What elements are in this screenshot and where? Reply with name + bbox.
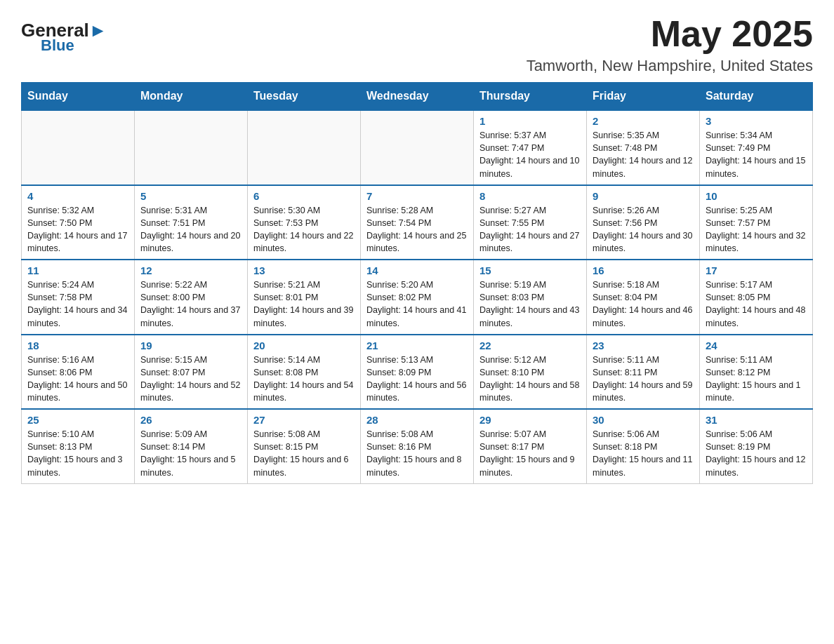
weekday-header-wednesday: Wednesday	[361, 83, 474, 111]
weekday-header-monday: Monday	[135, 83, 248, 111]
calendar-cell: 24Sunrise: 5:11 AM Sunset: 8:12 PM Dayli…	[700, 335, 813, 410]
day-number: 25	[27, 414, 128, 426]
day-info: Sunrise: 5:21 AM Sunset: 8:01 PM Dayligh…	[253, 279, 355, 330]
day-number: 26	[140, 414, 241, 426]
calendar-cell: 4Sunrise: 5:32 AM Sunset: 7:50 PM Daylig…	[22, 185, 135, 260]
calendar-cell: 20Sunrise: 5:14 AM Sunset: 8:08 PM Dayli…	[248, 335, 361, 410]
logo-blue-text: Blue	[41, 36, 74, 55]
day-info: Sunrise: 5:14 AM Sunset: 8:08 PM Dayligh…	[253, 354, 355, 405]
month-title: May 2025	[527, 14, 813, 54]
day-number: 21	[366, 340, 468, 351]
calendar-week-row: 4Sunrise: 5:32 AM Sunset: 7:50 PM Daylig…	[22, 185, 813, 260]
day-number: 19	[140, 340, 241, 351]
day-info: Sunrise: 5:19 AM Sunset: 8:03 PM Dayligh…	[479, 279, 581, 330]
day-number: 28	[366, 414, 468, 426]
day-info: Sunrise: 5:11 AM Sunset: 8:11 PM Dayligh…	[593, 354, 694, 405]
day-info: Sunrise: 5:06 AM Sunset: 8:19 PM Dayligh…	[706, 428, 807, 479]
day-number: 4	[27, 190, 128, 202]
day-info: Sunrise: 5:15 AM Sunset: 8:07 PM Dayligh…	[140, 354, 241, 405]
day-info: Sunrise: 5:08 AM Sunset: 8:15 PM Dayligh…	[253, 428, 355, 479]
day-number: 13	[253, 264, 355, 276]
logo-arrow-icon: ►	[89, 20, 107, 41]
calendar-cell: 26Sunrise: 5:09 AM Sunset: 8:14 PM Dayli…	[135, 409, 248, 483]
day-number: 3	[706, 115, 807, 127]
day-info: Sunrise: 5:37 AM Sunset: 7:47 PM Dayligh…	[479, 129, 581, 180]
day-info: Sunrise: 5:35 AM Sunset: 7:48 PM Dayligh…	[593, 129, 694, 180]
day-number: 1	[479, 115, 581, 127]
day-number: 24	[706, 340, 807, 351]
weekday-header-thursday: Thursday	[474, 83, 587, 111]
calendar-week-row: 1Sunrise: 5:37 AM Sunset: 7:47 PM Daylig…	[22, 110, 813, 185]
calendar-cell: 27Sunrise: 5:08 AM Sunset: 8:15 PM Dayli…	[248, 409, 361, 483]
day-number: 22	[479, 340, 581, 351]
day-info: Sunrise: 5:11 AM Sunset: 8:12 PM Dayligh…	[706, 354, 807, 405]
day-info: Sunrise: 5:25 AM Sunset: 7:57 PM Dayligh…	[706, 204, 807, 255]
day-number: 2	[593, 115, 694, 127]
day-info: Sunrise: 5:28 AM Sunset: 7:54 PM Dayligh…	[366, 204, 468, 255]
day-number: 11	[27, 264, 128, 276]
calendar-cell: 1Sunrise: 5:37 AM Sunset: 7:47 PM Daylig…	[474, 110, 587, 185]
calendar-cell: 31Sunrise: 5:06 AM Sunset: 8:19 PM Dayli…	[700, 409, 813, 483]
day-info: Sunrise: 5:16 AM Sunset: 8:06 PM Dayligh…	[27, 354, 128, 405]
day-info: Sunrise: 5:18 AM Sunset: 8:04 PM Dayligh…	[593, 279, 694, 330]
day-info: Sunrise: 5:27 AM Sunset: 7:55 PM Dayligh…	[479, 204, 581, 255]
day-number: 6	[253, 190, 355, 202]
day-info: Sunrise: 5:34 AM Sunset: 7:49 PM Dayligh…	[706, 129, 807, 180]
calendar-week-row: 25Sunrise: 5:10 AM Sunset: 8:13 PM Dayli…	[22, 409, 813, 483]
day-number: 14	[366, 264, 468, 276]
day-number: 16	[593, 264, 694, 276]
calendar-cell	[248, 110, 361, 185]
calendar-cell: 22Sunrise: 5:12 AM Sunset: 8:10 PM Dayli…	[474, 335, 587, 410]
day-info: Sunrise: 5:09 AM Sunset: 8:14 PM Dayligh…	[140, 428, 241, 479]
day-info: Sunrise: 5:08 AM Sunset: 8:16 PM Dayligh…	[366, 428, 468, 479]
weekday-header-saturday: Saturday	[700, 83, 813, 111]
calendar-cell: 10Sunrise: 5:25 AM Sunset: 7:57 PM Dayli…	[700, 185, 813, 260]
day-info: Sunrise: 5:22 AM Sunset: 8:00 PM Dayligh…	[140, 279, 241, 330]
day-info: Sunrise: 5:06 AM Sunset: 8:18 PM Dayligh…	[593, 428, 694, 479]
location-title: Tamworth, New Hampshire, United States	[527, 57, 813, 75]
calendar-cell: 29Sunrise: 5:07 AM Sunset: 8:17 PM Dayli…	[474, 409, 587, 483]
day-info: Sunrise: 5:12 AM Sunset: 8:10 PM Dayligh…	[479, 354, 581, 405]
day-info: Sunrise: 5:24 AM Sunset: 7:58 PM Dayligh…	[27, 279, 128, 330]
calendar-cell	[135, 110, 248, 185]
calendar-cell: 17Sunrise: 5:17 AM Sunset: 8:05 PM Dayli…	[700, 260, 813, 335]
day-info: Sunrise: 5:17 AM Sunset: 8:05 PM Dayligh…	[706, 279, 807, 330]
weekday-header-friday: Friday	[587, 83, 700, 111]
day-number: 31	[706, 414, 807, 426]
calendar-cell: 15Sunrise: 5:19 AM Sunset: 8:03 PM Dayli…	[474, 260, 587, 335]
day-number: 18	[27, 340, 128, 351]
calendar-cell: 5Sunrise: 5:31 AM Sunset: 7:51 PM Daylig…	[135, 185, 248, 260]
calendar-header-row: SundayMondayTuesdayWednesdayThursdayFrid…	[22, 83, 813, 111]
calendar-week-row: 11Sunrise: 5:24 AM Sunset: 7:58 PM Dayli…	[22, 260, 813, 335]
day-number: 29	[479, 414, 581, 426]
day-info: Sunrise: 5:07 AM Sunset: 8:17 PM Dayligh…	[479, 428, 581, 479]
logo: General► Blue	[21, 14, 107, 55]
calendar-cell: 8Sunrise: 5:27 AM Sunset: 7:55 PM Daylig…	[474, 185, 587, 260]
day-info: Sunrise: 5:31 AM Sunset: 7:51 PM Dayligh…	[140, 204, 241, 255]
day-number: 7	[366, 190, 468, 202]
calendar-cell: 18Sunrise: 5:16 AM Sunset: 8:06 PM Dayli…	[22, 335, 135, 410]
calendar-cell: 25Sunrise: 5:10 AM Sunset: 8:13 PM Dayli…	[22, 409, 135, 483]
calendar-cell: 13Sunrise: 5:21 AM Sunset: 8:01 PM Dayli…	[248, 260, 361, 335]
weekday-header-tuesday: Tuesday	[248, 83, 361, 111]
day-number: 30	[593, 414, 694, 426]
calendar-week-row: 18Sunrise: 5:16 AM Sunset: 8:06 PM Dayli…	[22, 335, 813, 410]
calendar-cell: 19Sunrise: 5:15 AM Sunset: 8:07 PM Dayli…	[135, 335, 248, 410]
day-info: Sunrise: 5:13 AM Sunset: 8:09 PM Dayligh…	[366, 354, 468, 405]
day-info: Sunrise: 5:30 AM Sunset: 7:53 PM Dayligh…	[253, 204, 355, 255]
day-number: 5	[140, 190, 241, 202]
day-number: 15	[479, 264, 581, 276]
title-block: May 2025 Tamworth, New Hampshire, United…	[527, 14, 813, 75]
calendar-cell: 2Sunrise: 5:35 AM Sunset: 7:48 PM Daylig…	[587, 110, 700, 185]
day-info: Sunrise: 5:32 AM Sunset: 7:50 PM Dayligh…	[27, 204, 128, 255]
day-number: 23	[593, 340, 694, 351]
calendar-cell: 21Sunrise: 5:13 AM Sunset: 8:09 PM Dayli…	[361, 335, 474, 410]
calendar-cell: 28Sunrise: 5:08 AM Sunset: 8:16 PM Dayli…	[361, 409, 474, 483]
day-info: Sunrise: 5:10 AM Sunset: 8:13 PM Dayligh…	[27, 428, 128, 479]
calendar-cell: 30Sunrise: 5:06 AM Sunset: 8:18 PM Dayli…	[587, 409, 700, 483]
calendar-cell: 16Sunrise: 5:18 AM Sunset: 8:04 PM Dayli…	[587, 260, 700, 335]
day-number: 20	[253, 340, 355, 351]
calendar-cell: 14Sunrise: 5:20 AM Sunset: 8:02 PM Dayli…	[361, 260, 474, 335]
calendar-cell: 23Sunrise: 5:11 AM Sunset: 8:11 PM Dayli…	[587, 335, 700, 410]
day-number: 10	[706, 190, 807, 202]
